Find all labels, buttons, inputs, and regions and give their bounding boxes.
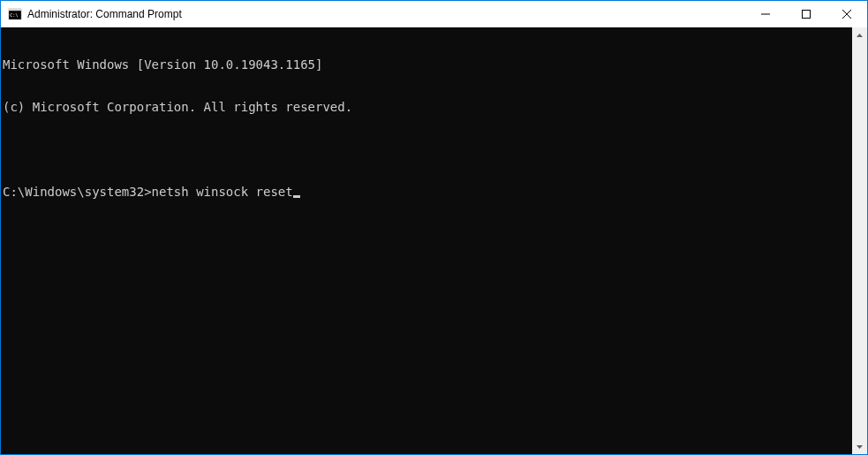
close-button[interactable]	[826, 1, 867, 27]
svg-marker-8	[857, 445, 863, 449]
scrollbar-track[interactable]	[852, 42, 867, 439]
scrollbar-down-button[interactable]	[852, 439, 867, 454]
terminal-line: (c) Microsoft Corporation. All rights re…	[3, 100, 852, 114]
window-frame: C:\ Administrator: Command Prompt Micros…	[0, 0, 868, 455]
window-controls	[745, 1, 867, 27]
svg-rect-4	[803, 11, 811, 19]
vertical-scrollbar[interactable]	[852, 27, 867, 454]
terminal-line: Microsoft Windows [Version 10.0.19043.11…	[3, 57, 852, 72]
terminal-line	[3, 142, 852, 156]
terminal-prompt-line: C:\Windows\system32>netsh winsock reset	[3, 185, 852, 199]
window-title: Administrator: Command Prompt	[27, 8, 745, 20]
terminal-command: netsh winsock reset	[152, 185, 293, 199]
minimize-button[interactable]	[745, 1, 786, 27]
terminal-prompt: C:\Windows\system32>	[3, 185, 152, 199]
svg-rect-1	[9, 9, 21, 11]
terminal-output[interactable]: Microsoft Windows [Version 10.0.19043.11…	[1, 27, 852, 454]
scrollbar-up-button[interactable]	[852, 27, 867, 42]
svg-text:C:\: C:\	[10, 12, 18, 18]
client-area: Microsoft Windows [Version 10.0.19043.11…	[1, 27, 867, 454]
cmd-icon: C:\	[8, 7, 22, 21]
maximize-button[interactable]	[786, 1, 826, 27]
svg-marker-7	[857, 34, 863, 37]
titlebar[interactable]: C:\ Administrator: Command Prompt	[1, 1, 867, 27]
text-cursor	[293, 195, 300, 198]
